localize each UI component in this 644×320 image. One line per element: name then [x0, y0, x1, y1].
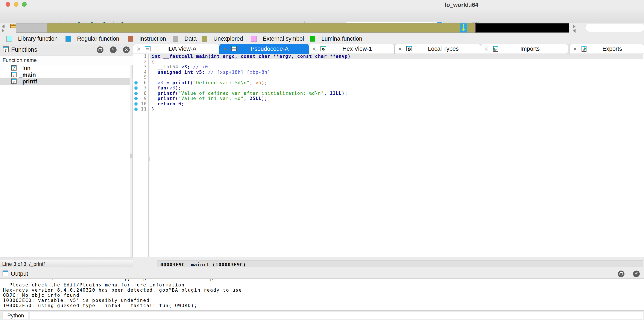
- float-output-button[interactable]: [633, 270, 640, 277]
- function-row[interactable]: f _main: [0, 72, 133, 78]
- functions-panel-divider: [0, 257, 133, 260]
- legend-label: Data: [184, 36, 197, 42]
- breakpoint-dot-icon[interactable]: [134, 81, 138, 85]
- navband-segment-data[interactable]: [16, 24, 47, 33]
- function-name-column-header[interactable]: Function name: [0, 56, 133, 65]
- external-symbol-mark: [475, 24, 476, 32]
- gutter-grip[interactable]: [148, 157, 150, 161]
- maximize-panel-button[interactable]: [97, 47, 104, 53]
- output-title: Output: [11, 270, 28, 277]
- exports-icon: [581, 45, 587, 53]
- code-line: 6 v3 = printf("Defined_var: %d\n", v5);: [133, 80, 644, 86]
- color-legend: Library function Regular function Instru…: [0, 34, 644, 44]
- nav-scroll-right-icon[interactable]: [2, 29, 4, 33]
- output-header: Output: [0, 269, 644, 279]
- functions-list: f _funf _mainf _printf: [0, 65, 133, 85]
- maximize-output-button[interactable]: [618, 270, 624, 277]
- tab-label: Exports: [587, 46, 644, 52]
- current-address-marker: [460, 24, 467, 33]
- legend-color-chip: [128, 36, 133, 42]
- legend-label: Unexplored: [214, 36, 243, 42]
- nav-scroll-left-icon[interactable]: [2, 25, 4, 28]
- line-number: 10: [138, 101, 147, 107]
- output-line: 100003EC0: variable 'v5' is possibly und…: [3, 298, 150, 303]
- tab-imports[interactable]: Imports: [481, 44, 568, 54]
- output-line: OBJC: No objc info found: [3, 293, 80, 298]
- close-tab-icon[interactable]: [572, 47, 577, 51]
- functions-panel-header: f Functions: [0, 44, 133, 56]
- traffic-light-close-icon[interactable]: [6, 2, 10, 7]
- code-line: 10 return 0;: [133, 101, 644, 107]
- close-tab-icon[interactable]: [222, 47, 227, 51]
- functions-panel: f Functions Function name f _funf _mainf…: [0, 44, 133, 269]
- navband-segment-unexplored2[interactable]: [467, 24, 475, 33]
- tab-label: Imports: [499, 46, 568, 52]
- legend-color-chip: [6, 36, 12, 42]
- local-types-icon: 0: [406, 45, 412, 53]
- legend-color-chip: [310, 36, 315, 42]
- breakpoint-dot-icon[interactable]: [134, 107, 138, 111]
- close-tab-icon[interactable]: [398, 47, 402, 51]
- tab-label: Pseudocode-A: [237, 46, 308, 52]
- main-toolbar: #T010AC+D+{}+++No debugger cC+x: [0, 10, 644, 23]
- close-tab-icon[interactable]: [484, 47, 489, 51]
- legend-color-chip: [251, 36, 257, 42]
- tab-local-types[interactable]: 0 Local Types: [394, 44, 481, 54]
- line-number: 8: [138, 91, 147, 96]
- navband-segment-library[interactable]: [475, 24, 569, 33]
- code-line: 1int __fastcall main(int argc, const cha…: [133, 54, 644, 59]
- output-line-clipped: , y, p p: [3, 279, 626, 281]
- navigation-band-row: [0, 23, 644, 34]
- close-tab-icon[interactable]: [312, 47, 317, 51]
- legend-item: Data: [173, 36, 197, 42]
- python-cli-selector[interactable]: Python: [2, 312, 29, 319]
- imports-icon: [492, 45, 499, 53]
- window-title: lo_world.i64: [438, 2, 485, 8]
- functions-scrollbar[interactable]: [130, 65, 132, 268]
- legend-color-chip: [202, 36, 207, 42]
- line-number: 3: [138, 64, 147, 70]
- traffic-light-minimize-icon[interactable]: [14, 2, 18, 7]
- function-icon: f: [11, 78, 17, 85]
- line-number: 6: [138, 80, 147, 86]
- text-view-icon: [144, 45, 151, 53]
- tab-ida-view-a[interactable]: IDA View-A: [133, 44, 220, 54]
- breakpoint-dot-icon[interactable]: [134, 97, 138, 100]
- tab-pseudocode-a[interactable]: Pseudocode-A: [220, 44, 309, 54]
- breakpoint-dot-icon[interactable]: [134, 102, 138, 106]
- functions-scrollbar-thumb[interactable]: [130, 153, 132, 158]
- traffic-light-zoom-icon[interactable]: [22, 2, 26, 7]
- tab-hex-view-1[interactable]: Hex View-1: [309, 44, 394, 54]
- function-row[interactable]: f _printf: [0, 78, 133, 85]
- tab-exports[interactable]: Exports: [569, 44, 644, 54]
- function-icon: f: [11, 72, 17, 78]
- line-number: 1: [138, 54, 147, 59]
- float-panel-button[interactable]: [110, 47, 116, 53]
- document-tabbar: IDA View-A Pseudocode-A Hex View-1 0 Loc…: [133, 44, 644, 54]
- nav-scroll-right2-icon[interactable]: [573, 25, 576, 28]
- legend-item: Regular function: [66, 36, 119, 42]
- function-name: _fun: [19, 65, 30, 72]
- code-line: 4 unsigned int v5; // [xsp+18h] [xbp-8h]: [133, 70, 644, 75]
- pseudocode-view[interactable]: 1int __fastcall main(int argc, const cha…: [133, 54, 644, 257]
- function-name: _printf: [19, 78, 37, 85]
- output-dock: Output , y, p p Please check the Edit/Pl…: [0, 269, 644, 320]
- output-log[interactable]: , y, p p Please check the Edit/Plugins m…: [0, 279, 644, 310]
- breakpoint-dot-icon[interactable]: [134, 92, 138, 95]
- breakpoint-dot-icon[interactable]: [134, 86, 138, 90]
- line-number: 2: [138, 59, 147, 65]
- search-box[interactable]: [585, 24, 644, 32]
- functions-panel-title: Functions: [11, 46, 37, 53]
- line-number: 4: [138, 70, 147, 75]
- code-line: 9 printf("Value of ini_var: %d", 25LL);: [133, 96, 644, 101]
- python-cli-input[interactable]: [30, 312, 643, 319]
- output-line: 100003E50: using guessed type __int64 __…: [3, 303, 197, 308]
- close-tab-icon[interactable]: [136, 47, 141, 51]
- navigation-band[interactable]: [16, 23, 569, 33]
- navband-segment-unexplored[interactable]: [47, 24, 460, 33]
- function-row[interactable]: f _fun: [0, 65, 133, 72]
- close-panel-button[interactable]: [123, 47, 130, 53]
- nav-scroll-left2-icon[interactable]: [573, 29, 576, 33]
- code-line: 3 __int64 v3; // x0: [133, 64, 644, 70]
- function-name: _main: [19, 72, 36, 78]
